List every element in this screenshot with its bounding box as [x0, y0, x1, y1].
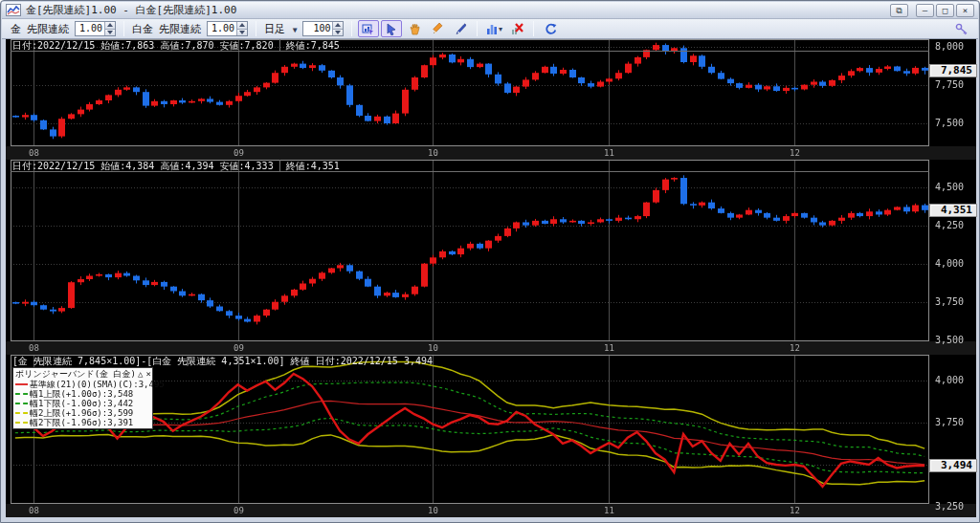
bar-count-value[interactable]: 100 [303, 22, 332, 35]
x-axis-label: 10 [428, 506, 438, 515]
refresh-button[interactable] [540, 20, 561, 37]
chart-select-tool-button[interactable] [358, 20, 379, 37]
x-axis-label: 11 [604, 148, 614, 158]
settings-key-icon[interactable] [955, 23, 969, 35]
y-axis-label: 3,750 [935, 417, 964, 427]
last-price-box-spread: 3,494 [929, 459, 977, 472]
y-axis-label: 4,000 [935, 258, 964, 269]
pointer-icon [386, 23, 397, 35]
app-chart-icon [6, 4, 21, 16]
title-bar[interactable]: 金[先限連続]1.00 - 白金[先限連続]1.00 ⧉ – □ × [2, 2, 978, 19]
window-title: 金[先限連続]1.00 - 白金[先限連続]1.00 [26, 3, 236, 17]
x-axis-label: 08 [29, 148, 39, 158]
symbol1-label: 金 [11, 22, 21, 36]
x-axis-label: 12 [790, 148, 800, 158]
toolbar-separator [351, 21, 352, 36]
close-info: 終値:4,351 [279, 160, 345, 171]
maximize-button[interactable]: □ [936, 4, 954, 17]
bar-chart-icon [486, 23, 498, 34]
chevron-down-icon: ▼ [293, 26, 298, 34]
close-button[interactable]: × [956, 4, 974, 17]
gold-chart-header: 日付:2022/12/15 始値:7,863 高値:7,870 安値:7,820… [11, 39, 929, 52]
symbol2-label: 白金 [132, 22, 153, 36]
pen-tool-button[interactable] [450, 20, 471, 37]
legend-collapse-icon[interactable]: △ [138, 369, 144, 380]
pointer-tool-button[interactable] [381, 20, 402, 37]
x-axis-label: 12 [790, 343, 800, 353]
legend-item: 幅1上限(+1.00σ):3,548 [15, 389, 150, 399]
x-axis-label: 11 [604, 343, 614, 353]
spread-chart-header: [金 先限連続 7,845×1.00]-[白金 先限連続 4,351×1.00]… [12, 356, 433, 366]
period-select[interactable]: 日足 ▼ [264, 22, 297, 36]
legend-item: 幅2下限(-1.96σ):3,391 [15, 418, 150, 427]
y-axis-label: 3,750 [935, 296, 964, 307]
ohlc-info: 日付:2022/12/15 始値:4,384 高値:4,394 安値:4,333 [11, 160, 279, 171]
delete-x-icon [511, 23, 523, 34]
y-axis-label: 3,500 [935, 335, 964, 345]
legend-item: 基準線(21)(0)(SMA)(C):3,495 [15, 380, 150, 389]
x-axis-label: 08 [29, 343, 39, 353]
hand-icon [409, 23, 421, 35]
line-swatch [15, 403, 28, 404]
toolbar-separator [123, 21, 124, 36]
close-info: 終値:7,845 [279, 39, 345, 51]
symbol2-multiplier-spinner[interactable]: 1.00 [207, 21, 248, 36]
spin-down-icon[interactable] [237, 29, 247, 36]
spin-down-icon[interactable] [105, 29, 115, 36]
minimize-button[interactable]: – [916, 4, 934, 17]
y-axis-label: 7,500 [935, 118, 964, 128]
chart-type-button[interactable]: ▾ [483, 20, 504, 37]
legend-close-icon[interactable]: × [145, 369, 151, 380]
legend-item: 幅1下限(-1.00σ):3,442 [15, 399, 150, 408]
toolbar-separator [256, 21, 256, 36]
y-axis-label: 3,250 [935, 501, 964, 512]
toolbar-separator [477, 21, 478, 36]
pencil-icon [432, 23, 444, 35]
toolbar: 金 先限連続 1.00 白金 先限連続 1.00 日足 ▼ 100 [2, 19, 978, 39]
bar-count-spinner[interactable]: 100 [302, 21, 344, 36]
x-axis-label: 12 [790, 506, 800, 515]
y-axis-label: 8,000 [935, 41, 964, 52]
toolbar-separator [533, 21, 534, 36]
chart-area: 日付:2022/12/15 始値:7,863 高値:7,870 安値:7,820… [6, 39, 976, 517]
platinum-chart-header: 日付:2022/12/15 始値:4,384 高値:4,394 安値:4,333… [11, 160, 929, 172]
line-swatch [15, 393, 28, 395]
y-axis-label: 4,000 [935, 375, 964, 385]
chart-select-icon [362, 23, 375, 35]
spin-down-icon[interactable] [333, 29, 343, 36]
legend-title: ボリンジャーバンド(金 白金) [15, 369, 136, 380]
delete-indicator-button[interactable] [506, 20, 527, 37]
x-axis-label: 09 [234, 343, 244, 353]
symbol2-multiplier-value[interactable]: 1.00 [208, 22, 236, 35]
symbol2-series-label: 先限連続 [159, 22, 201, 36]
pen-icon [455, 23, 467, 35]
symbol1-series-label: 先限連続 [27, 22, 69, 36]
x-axis-label: 08 [29, 506, 39, 515]
x-axis-label: 10 [428, 343, 438, 353]
line-swatch [15, 412, 28, 414]
hand-tool-button[interactable] [404, 20, 425, 37]
x-axis-label: 09 [234, 148, 244, 158]
ohlc-info: 日付:2022/12/15 始値:7,863 高値:7,870 安値:7,820 [11, 39, 279, 51]
x-axis-label: 11 [604, 506, 614, 515]
x-axis-label: 10 [428, 148, 438, 158]
y-axis-label: 4,500 [935, 182, 964, 192]
pin-window-button[interactable]: ⧉ [890, 4, 908, 17]
y-axis-label: 4,250 [935, 220, 964, 230]
chevron-down-icon: ▾ [499, 25, 502, 33]
legend-item: 幅2上限(+1.96σ):3,599 [15, 408, 150, 418]
line-swatch [15, 383, 28, 385]
symbol1-multiplier-spinner[interactable]: 1.00 [75, 21, 116, 36]
bollinger-legend: ボリンジャーバンド(金 白金) △ × 基準線(21)(0)(SMA)(C):3… [12, 367, 153, 429]
last-price-box-gold: 7,845 [929, 64, 977, 77]
pencil-tool-button[interactable] [427, 20, 448, 37]
last-price-box-platinum: 4,351 [929, 204, 977, 217]
x-axis-label: 09 [234, 506, 244, 515]
line-swatch [15, 422, 28, 424]
y-axis-label: 7,750 [935, 79, 964, 90]
candlestick-spread-charts[interactable] [6, 39, 976, 517]
symbol1-multiplier-value[interactable]: 1.00 [76, 22, 104, 35]
refresh-icon [545, 23, 557, 35]
app-window: 金[先限連続]1.00 - 白金[先限連続]1.00 ⧉ – □ × 金 先限連… [0, 0, 980, 523]
